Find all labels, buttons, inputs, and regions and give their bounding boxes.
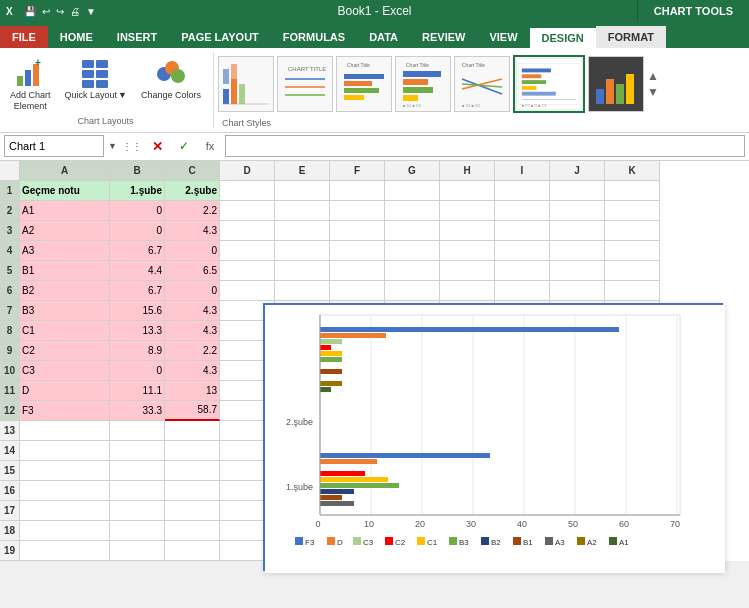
chart-style-3[interactable]: Chart Title [336, 56, 392, 112]
cell[interactable]: Geçme notu [20, 181, 110, 201]
tab-home[interactable]: HOME [48, 26, 105, 48]
chart-style-nav-up[interactable]: ▲ ▼ [647, 69, 659, 99]
row-header[interactable]: 17 [0, 501, 20, 521]
cell[interactable]: 2.2 [165, 201, 220, 221]
col-header-f[interactable]: F [330, 161, 385, 181]
cell[interactable] [220, 181, 275, 201]
col-header-h[interactable]: H [440, 161, 495, 181]
cell[interactable] [110, 541, 165, 561]
insert-function-btn[interactable]: fx [199, 135, 221, 157]
tab-file[interactable]: FILE [0, 26, 48, 48]
cancel-formula-btn[interactable]: ✕ [147, 135, 169, 157]
cell[interactable] [385, 261, 440, 281]
tab-formulas[interactable]: FORMULAS [271, 26, 357, 48]
cell[interactable]: 13 [165, 381, 220, 401]
cell[interactable]: C3 [20, 361, 110, 381]
cell[interactable] [220, 281, 275, 301]
cell[interactable] [385, 201, 440, 221]
row-header[interactable]: 3 [0, 221, 20, 241]
cell[interactable] [275, 181, 330, 201]
cell[interactable] [330, 281, 385, 301]
cell[interactable]: 0 [110, 221, 165, 241]
row-header[interactable]: 10 [0, 361, 20, 381]
cell[interactable]: 0 [165, 241, 220, 261]
cell[interactable]: 0 [110, 361, 165, 381]
cell[interactable] [165, 481, 220, 501]
col-header-k[interactable]: K [605, 161, 660, 181]
formula-bar[interactable] [225, 135, 745, 157]
cell[interactable] [495, 221, 550, 241]
name-box-dropdown[interactable]: ▼ [108, 141, 117, 151]
cell[interactable]: B1 [20, 261, 110, 281]
col-header-d[interactable]: D [220, 161, 275, 181]
cell[interactable]: C2 [20, 341, 110, 361]
cell[interactable]: 15.6 [110, 301, 165, 321]
cell[interactable]: 33.3 [110, 401, 165, 421]
cell[interactable]: 4.4 [110, 261, 165, 281]
cell[interactable] [550, 221, 605, 241]
cell[interactable]: 8.9 [110, 341, 165, 361]
cell[interactable] [605, 241, 660, 261]
cell[interactable]: 58.7 [165, 401, 220, 421]
cell[interactable] [20, 461, 110, 481]
cell[interactable] [275, 241, 330, 261]
cell[interactable] [220, 241, 275, 261]
cell[interactable] [110, 521, 165, 541]
cell[interactable] [275, 221, 330, 241]
row-header[interactable]: 14 [0, 441, 20, 461]
change-colors-button[interactable]: Change Colors [137, 56, 205, 103]
cell[interactable] [440, 181, 495, 201]
tab-format[interactable]: FORMAT [596, 26, 666, 48]
col-header-j[interactable]: J [550, 161, 605, 181]
chart-style-7[interactable] [588, 56, 644, 112]
quick-access-print[interactable]: 🖨 [70, 6, 80, 17]
cell[interactable]: 13.3 [110, 321, 165, 341]
cell[interactable] [385, 181, 440, 201]
expand-formula-bar[interactable]: ⋮⋮ [121, 135, 143, 157]
cell[interactable]: 4.3 [165, 321, 220, 341]
cell[interactable] [605, 261, 660, 281]
cell[interactable] [495, 181, 550, 201]
cell[interactable] [110, 441, 165, 461]
cell[interactable] [220, 261, 275, 281]
cell[interactable] [550, 181, 605, 201]
cell[interactable] [495, 281, 550, 301]
cell[interactable] [20, 481, 110, 501]
cell[interactable] [20, 441, 110, 461]
row-header[interactable]: 6 [0, 281, 20, 301]
cell[interactable]: 6.7 [110, 241, 165, 261]
quick-access-save[interactable]: 💾 [24, 6, 36, 17]
cell[interactable] [330, 181, 385, 201]
cell[interactable]: 0 [110, 201, 165, 221]
cell[interactable] [495, 201, 550, 221]
cell[interactable]: 2.2 [165, 341, 220, 361]
cell[interactable]: 6.7 [110, 281, 165, 301]
tab-view[interactable]: VIEW [477, 26, 529, 48]
quick-layout-button[interactable]: Quick Layout ▼ [61, 56, 131, 103]
cell[interactable] [20, 521, 110, 541]
cell[interactable] [110, 421, 165, 441]
cell[interactable] [550, 241, 605, 261]
cell[interactable]: A2 [20, 221, 110, 241]
col-header-b[interactable]: B [110, 161, 165, 181]
cell[interactable] [110, 481, 165, 501]
cell[interactable]: D [20, 381, 110, 401]
row-header[interactable]: 1 [0, 181, 20, 201]
cell[interactable]: A1 [20, 201, 110, 221]
quick-access-undo[interactable]: ↩ [42, 6, 50, 17]
col-header-a[interactable]: A [20, 161, 110, 181]
tab-data[interactable]: DATA [357, 26, 410, 48]
row-header[interactable]: 16 [0, 481, 20, 501]
cell[interactable] [165, 521, 220, 541]
cell[interactable] [275, 201, 330, 221]
col-header-i[interactable]: I [495, 161, 550, 181]
chart-style-2[interactable]: CHART TITLE [277, 56, 333, 112]
cell[interactable] [165, 441, 220, 461]
col-header-e[interactable]: E [275, 161, 330, 181]
cell[interactable] [550, 201, 605, 221]
add-chart-element-button[interactable]: + Add Chart Element [6, 56, 55, 114]
cell[interactable]: 6.5 [165, 261, 220, 281]
cell[interactable]: B3 [20, 301, 110, 321]
cell[interactable] [605, 281, 660, 301]
cell[interactable]: F3 [20, 401, 110, 421]
